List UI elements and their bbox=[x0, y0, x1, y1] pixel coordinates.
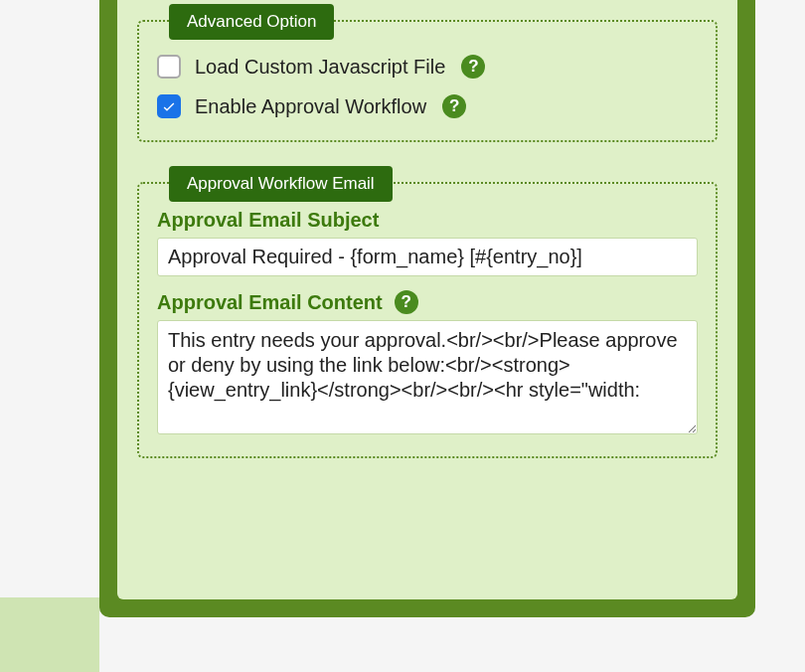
enable-approval-row: Enable Approval Workflow ? bbox=[157, 94, 698, 118]
help-icon[interactable]: ? bbox=[395, 290, 418, 314]
load-js-checkbox[interactable] bbox=[157, 55, 181, 79]
sidebar-stub bbox=[0, 597, 99, 672]
load-js-row: Load Custom Javascript File ? bbox=[157, 55, 698, 79]
advanced-option-legend: Advanced Option bbox=[169, 4, 334, 40]
enable-approval-label: Enable Approval Workflow bbox=[195, 95, 426, 118]
subject-label-text: Approval Email Subject bbox=[157, 209, 379, 232]
outer-panel: Advanced Option Load Custom Javascript F… bbox=[99, 0, 755, 617]
inner-panel: Advanced Option Load Custom Javascript F… bbox=[117, 0, 737, 599]
help-icon[interactable]: ? bbox=[461, 55, 485, 79]
enable-approval-checkbox[interactable] bbox=[157, 94, 181, 118]
advanced-option-fieldset: Advanced Option Load Custom Javascript F… bbox=[137, 20, 718, 142]
approval-email-fieldset: Approval Workflow Email Approval Email S… bbox=[137, 182, 718, 458]
content-textarea[interactable] bbox=[157, 320, 698, 434]
subject-input[interactable] bbox=[157, 238, 698, 276]
help-icon[interactable]: ? bbox=[442, 94, 466, 118]
load-js-label: Load Custom Javascript File bbox=[195, 56, 445, 79]
content-label-text: Approval Email Content bbox=[157, 291, 383, 314]
checkmark-icon bbox=[161, 98, 177, 114]
approval-email-legend: Approval Workflow Email bbox=[169, 166, 393, 202]
content-label: Approval Email Content ? bbox=[157, 290, 698, 314]
subject-label: Approval Email Subject bbox=[157, 209, 698, 232]
